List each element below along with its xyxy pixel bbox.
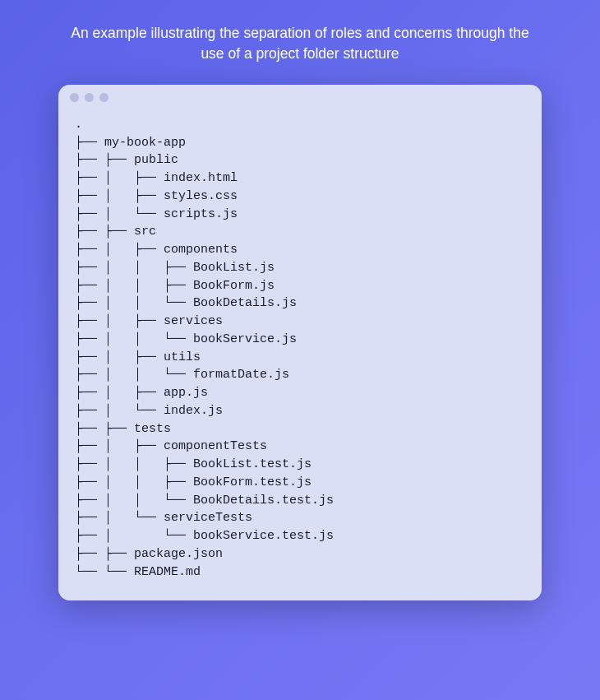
folder-tree: . ├── my-book-app ├── ├── public ├── │ ├… [58, 111, 542, 601]
caption-text: An example illustrating the separation o… [70, 23, 530, 65]
window-titlebar [58, 85, 542, 111]
traffic-light-minimize-icon [85, 93, 94, 102]
traffic-light-close-icon [70, 93, 79, 102]
code-window: . ├── my-book-app ├── ├── public ├── │ ├… [58, 85, 542, 601]
traffic-light-zoom-icon [99, 93, 108, 102]
